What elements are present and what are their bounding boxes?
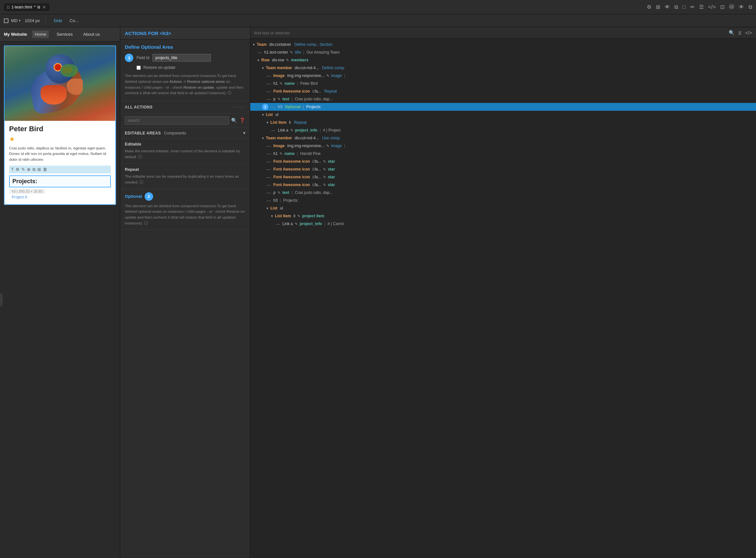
- viewport-selector[interactable]: MD ▾: [4, 18, 21, 23]
- editable-desc: Make the element editable. Inner content…: [125, 148, 245, 160]
- edit-icon[interactable]: ✎: [323, 159, 326, 164]
- dash-icon: —: [267, 89, 271, 94]
- tree-row-team[interactable]: ▾ Team div.container Define comp., Secti…: [250, 41, 756, 48]
- eye-icon[interactable]: 👁: [665, 4, 670, 10]
- tree-row-row[interactable]: ▾ Row div.row ✎ members: [250, 56, 756, 64]
- tree-row-fa-icon[interactable]: — Font Awesome icon i.fa... Repeat: [250, 87, 756, 95]
- card-star: ★: [9, 135, 111, 143]
- layers-icon[interactable]: ⧉: [675, 4, 678, 10]
- chevron-icon[interactable]: ▾: [258, 58, 259, 62]
- project-link[interactable]: Project A: [9, 194, 111, 200]
- middle-scroll: Define Optional Area 3 Field Id Restore …: [120, 40, 250, 558]
- edit-icon[interactable]: ✎: [323, 175, 326, 179]
- search-input[interactable]: [125, 116, 229, 125]
- actions-title: ACTIONS FOR <h3>: [125, 30, 171, 36]
- link-icon[interactable]: ⊕: [27, 167, 30, 172]
- code-brackets-icon[interactable]: </>: [745, 30, 752, 36]
- grid2-icon[interactable]: ⊞: [38, 167, 41, 172]
- tree-row-link-1[interactable]: — Link a ✎ project_info | # | Project: [250, 126, 756, 134]
- delete-icon[interactable]: 🗑: [43, 167, 47, 172]
- right-search-input[interactable]: [254, 30, 726, 35]
- tree-row-list-item-2[interactable]: ▾ List Item li ✎ project item: [250, 212, 756, 220]
- search-icon[interactable]: 🔍: [729, 30, 735, 36]
- duplicate-icon[interactable]: ⧉: [32, 167, 35, 172]
- align-icon[interactable]: ☰: [699, 4, 704, 10]
- tree-row-star-3[interactable]: — Font Awesome icon i.fa... ✎ star: [250, 173, 756, 181]
- eye2-icon[interactable]: 👁: [739, 4, 744, 10]
- tree-row-h1-harold[interactable]: — h1 ✎ name | Harold Pine: [250, 150, 756, 157]
- help-icon[interactable]: ❓: [239, 118, 245, 123]
- edit-icon[interactable]: ✎: [295, 222, 298, 226]
- chevron-icon[interactable]: ▾: [262, 66, 264, 70]
- tree-row-team-member-2[interactable]: ▾ Team member div.col-md-4... Use comp.: [250, 134, 756, 142]
- chevron-icon[interactable]: ▾: [267, 121, 268, 125]
- optional-title: Optional: [125, 194, 142, 199]
- edit-icon[interactable]: ✎: [277, 97, 281, 101]
- restore-checkbox[interactable]: [137, 66, 141, 70]
- edit-icon[interactable]: ✎: [326, 144, 329, 148]
- tree-row-list-item[interactable]: ▾ List Item li Repeat: [250, 119, 756, 126]
- tree-row-p-text-2[interactable]: — p ✎ text | Cras justo odio, dap...: [250, 189, 756, 197]
- nav-item-home[interactable]: Home: [32, 30, 49, 38]
- repeat-title: Repeat: [125, 167, 245, 172]
- edit-icon[interactable]: ✎: [279, 81, 283, 86]
- tab-label: 1-team.html: [11, 5, 32, 9]
- filter-icon[interactable]: ⧖: [738, 30, 742, 36]
- pen-icon[interactable]: ✏: [690, 4, 694, 10]
- tree-row-h3-optional[interactable]: 1 — h3 Optional | Projects:: [250, 103, 756, 111]
- tree-row-h1-title[interactable]: — h1.text-center ✎ title | Our Amazing T…: [250, 48, 756, 56]
- tree-row-star-2[interactable]: — Font Awesome icon i.fa... ✎ star: [250, 165, 756, 173]
- search-icon[interactable]: 🔍: [231, 118, 237, 123]
- tree-row-star-1[interactable]: — Font Awesome icon i.fa... ✎ star: [250, 157, 756, 165]
- edit-icon[interactable]: ✎: [323, 183, 326, 187]
- define-optional-title: Define Optional Area: [125, 44, 245, 50]
- edit-icon[interactable]: ✎: [279, 152, 283, 156]
- col-button[interactable]: Co...: [68, 18, 80, 24]
- chevron-icon[interactable]: ▾: [253, 43, 255, 47]
- sliders-icon[interactable]: ⚙: [647, 4, 651, 10]
- tree-row-image-2[interactable]: — Image img.img-responsive... ✎ image |: [250, 142, 756, 150]
- grid-button[interactable]: Grid: [52, 18, 64, 24]
- tree-row-h3-projects-2[interactable]: — h3 | Projects:: [250, 197, 756, 204]
- card-image: [4, 46, 115, 121]
- tree-row-h1-name[interactable]: — h1 ✎ name | Peter Bird: [250, 80, 756, 87]
- select-icon[interactable]: □: [683, 4, 686, 10]
- wp-icon[interactable]: Ⓦ: [729, 4, 734, 10]
- tab-close-btn[interactable]: ✕: [42, 4, 46, 10]
- copy-icon[interactable]: ⊡: [720, 4, 725, 10]
- tree-row-team-member-1[interactable]: ▾ Team member div.col-md-4... Define com…: [250, 64, 756, 72]
- resize-handle[interactable]: ⋮: [0, 293, 3, 306]
- field-id-input[interactable]: [152, 54, 211, 62]
- sliders-icon[interactable]: ⚙: [16, 167, 20, 172]
- text-icon[interactable]: T: [11, 167, 14, 172]
- tree-panel: ▾ Team div.container Define comp., Secti…: [250, 39, 756, 558]
- chevron-icon[interactable]: ▾: [262, 113, 264, 117]
- chevron-icon[interactable]: ▾: [271, 214, 273, 218]
- edit-icon[interactable]: ✎: [286, 58, 289, 62]
- edit-icon[interactable]: ✎: [290, 128, 293, 132]
- edit-icon[interactable]: ✎: [323, 167, 326, 172]
- active-tab[interactable]: □ 1-team.html * ⧉ ✕: [4, 3, 49, 11]
- nav-item-about[interactable]: About us: [81, 30, 102, 38]
- tree-row-list-ul-2[interactable]: ▾ List ul: [250, 204, 756, 212]
- chevron-icon[interactable]: ▾: [262, 136, 264, 140]
- edit-icon[interactable]: ✎: [277, 191, 281, 195]
- chevron-down-icon[interactable]: ▾: [243, 130, 245, 135]
- tree-row-star-4[interactable]: — Font Awesome icon i.fa... ✎ star: [250, 181, 756, 189]
- tree-row-p-text[interactable]: — p ✎ text | Cras justo odio, dap...: [250, 95, 756, 103]
- card-projects-label: Projects:: [9, 175, 111, 187]
- edit-icon[interactable]: ✎: [326, 74, 329, 78]
- px-label: 1024 px: [25, 18, 40, 23]
- edit-icon[interactable]: ✎: [21, 167, 25, 172]
- edit-icon[interactable]: ✎: [297, 214, 300, 218]
- tree-row-link-2[interactable]: — Link a ✎ project_info | # | Carrot: [250, 220, 756, 228]
- tree-row-list-ul[interactable]: ▾ List ul: [250, 111, 756, 119]
- resize-icon[interactable]: ⧉: [749, 4, 752, 10]
- code-icon[interactable]: </>: [708, 4, 716, 10]
- grid-icon[interactable]: ⊞: [656, 4, 660, 10]
- tree-row-image-1[interactable]: — Image img.img-responsive... ✎ image |: [250, 72, 756, 80]
- nav-item-services[interactable]: Services: [54, 30, 75, 38]
- edit-icon[interactable]: ✎: [290, 50, 293, 55]
- chevron-icon[interactable]: ▾: [267, 206, 268, 210]
- preview-content: ⋮: [0, 42, 120, 558]
